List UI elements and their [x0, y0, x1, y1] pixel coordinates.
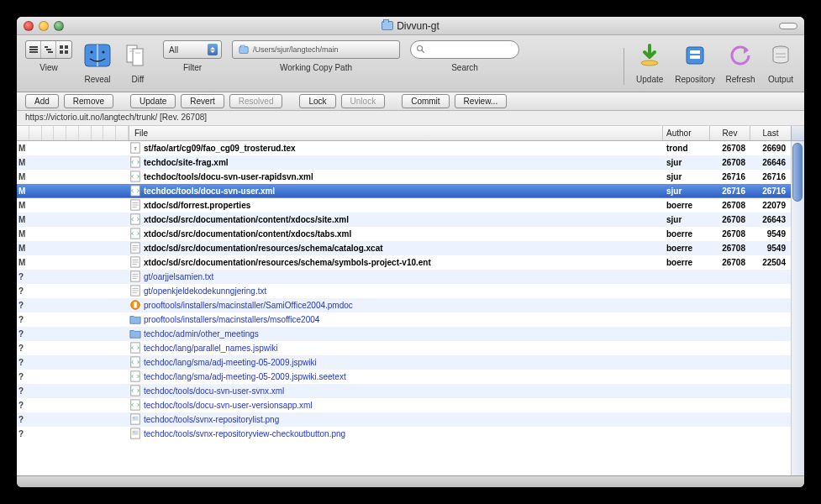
table-row[interactable]: ?gt/openkjeldekodekunngjering.txt [17, 284, 791, 298]
author-cell: boerre [663, 229, 710, 239]
svg-rect-60 [131, 400, 140, 410]
rev-cell: 26708 [710, 201, 750, 210]
svg-point-12 [103, 51, 105, 54]
rev-cell: 26708 [710, 215, 750, 224]
repository-icon [680, 40, 710, 71]
table-row[interactable]: Mxtdoc/sd/src/documentation/content/xdoc… [17, 213, 791, 227]
rev-column-header[interactable]: Rev [710, 126, 750, 140]
reveal-tool[interactable]: Reveal [82, 40, 113, 84]
resolved-button[interactable]: Resolved [229, 94, 283, 108]
file-cell: prooftools/installers/macinstallers/msof… [129, 313, 663, 325]
file-cell: xtdoc/sd/forrest.properties [129, 199, 663, 211]
scroll-thumb[interactable] [792, 143, 803, 202]
table-row[interactable]: ?prooftools/installers/macinstallers/mso… [17, 312, 791, 327]
repository-tool[interactable]: Repository [675, 40, 715, 84]
zoom-icon[interactable] [54, 21, 64, 31]
path-label: Working Copy Path [280, 63, 352, 72]
table-row[interactable]: Mxtdoc/sd/src/documentation/content/xdoc… [17, 227, 791, 241]
table-row[interactable]: ?techdoc/tools/docu-svn-user-versionsapp… [17, 398, 791, 412]
app-window: Divvun-gt View Reveal Diff [17, 17, 804, 487]
traffic-lights [17, 21, 64, 31]
rev-cell: 26708 [710, 244, 750, 253]
svg-rect-62 [133, 417, 139, 421]
file-cell: techdoc/tools/docu-svn-user-rapidsvn.xml [129, 171, 663, 182]
rev-cell: 26716 [710, 186, 750, 196]
table-row[interactable]: Mtechdoc/site-frag.xmlsjur2670826646 [17, 155, 791, 170]
path-select[interactable]: /Users/sjur/langtech/main [232, 40, 400, 59]
table-row[interactable]: MTst/fao/art/cg09/fao_cg09_trosterud.tex… [17, 141, 791, 155]
table-row[interactable]: ?techdoc/lang/sma/adj-meeting-05-2009.js… [17, 355, 791, 370]
search-input[interactable] [410, 40, 519, 59]
table-row[interactable]: ?techdoc/lang/parallel_names.jspwiki [17, 341, 791, 355]
status-cell: M [17, 244, 129, 253]
author-column-header[interactable]: Author [663, 126, 710, 140]
status-cell: M [17, 172, 129, 181]
search-tool[interactable]: Search [410, 40, 519, 72]
filter-select[interactable]: All [163, 40, 222, 59]
file-cell: techdoc/lang/parallel_names.jspwiki [129, 342, 663, 354]
status-cell: ? [17, 344, 129, 353]
table-row[interactable]: Mtechdoc/tools/docu-svn-user.xmlsjur2671… [17, 184, 791, 198]
table-row[interactable]: ?techdoc/tools/svnx-repositoryview-check… [17, 427, 791, 441]
svg-rect-58 [131, 371, 140, 381]
view-tool[interactable]: View [25, 40, 72, 72]
update-tool[interactable]: Update [634, 40, 665, 84]
svg-rect-30 [131, 171, 140, 181]
view-flat-icon[interactable] [26, 41, 41, 58]
file-cell: gt/oarjjelsamien.txt [129, 270, 663, 282]
commit-button[interactable]: Commit [402, 94, 449, 108]
review-button[interactable]: Review... [455, 94, 508, 108]
view-tree-icon[interactable] [41, 41, 56, 58]
table-row[interactable]: ?gt/oarjjelsamien.txt [17, 270, 791, 284]
table-row[interactable]: Mxtdoc/sd/forrest.propertiesboerre267082… [17, 198, 791, 213]
status-columns-header[interactable] [17, 126, 129, 140]
file-cell: techdoc/site-frag.xml [129, 156, 663, 168]
svg-rect-36 [131, 214, 140, 224]
update-label: Update [636, 75, 663, 84]
output-label: Output [768, 75, 793, 84]
last-column-header[interactable]: Last [750, 126, 791, 140]
remove-button[interactable]: Remove [64, 94, 113, 108]
table-row[interactable]: ?techdoc/lang/sma/adj-meeting-05-2009.js… [17, 370, 791, 384]
update-button[interactable]: Update [130, 94, 176, 108]
file-cell: techdoc/tools/docu-svn-user-svnx.xml [129, 385, 663, 396]
svg-rect-37 [131, 228, 140, 239]
scrollbar[interactable] [791, 141, 804, 475]
table-row[interactable]: ?techdoc/admin/other_meetings [17, 327, 791, 341]
diff-tool[interactable]: Diff [123, 40, 153, 84]
file-column-header[interactable]: File [129, 126, 663, 140]
file-list[interactable]: MTst/fao/art/cg09/fao_cg09_trosterud.tex… [17, 141, 791, 475]
add-button[interactable]: Add [25, 94, 59, 108]
refresh-tool[interactable]: Refresh [725, 40, 755, 84]
last-cell: 26646 [750, 158, 791, 167]
filter-tool[interactable]: All Filter [163, 40, 222, 72]
revert-button[interactable]: Revert [181, 94, 224, 108]
titlebar: Divvun-gt [17, 17, 804, 35]
author-cell: sjur [663, 186, 710, 196]
rev-cell: 26716 [710, 172, 750, 181]
table-row[interactable]: ?techdoc/tools/docu-svn-user-svnx.xml [17, 384, 791, 398]
view-smart-icon[interactable] [56, 41, 71, 58]
svg-point-20 [641, 60, 658, 66]
status-cell: ? [17, 315, 129, 324]
view-segmented[interactable] [25, 40, 72, 59]
table-row[interactable]: ?techdoc/tools/svnx-repositorylist.png [17, 412, 791, 427]
unlock-button[interactable]: Unlock [341, 94, 386, 108]
table-row[interactable]: Mtechdoc/tools/docu-svn-user-rapidsvn.xm… [17, 170, 791, 184]
status-cell: M [17, 158, 129, 167]
file-cell: xtdoc/sd/src/documentation/content/xdocs… [129, 228, 663, 239]
close-icon[interactable] [24, 21, 34, 31]
table-row[interactable]: Mxtdoc/sd/src/documentation/resources/sc… [17, 241, 791, 255]
table-row[interactable]: ?prooftools/installers/macinstaller/Sami… [17, 298, 791, 312]
repo-path-line: https://victorio.uit.no/langtech/trunk/ … [17, 111, 804, 126]
svg-rect-0 [29, 46, 38, 48]
toolbar-toggle-icon[interactable] [779, 23, 797, 29]
svg-point-18 [418, 46, 423, 51]
minimize-icon[interactable] [39, 21, 49, 31]
working-copy-tool[interactable]: /Users/sjur/langtech/main Working Copy P… [232, 40, 400, 72]
svg-line-19 [422, 50, 424, 53]
table-row[interactable]: Mxtdoc/sd/src/documentation/resources/sc… [17, 255, 791, 270]
lock-button[interactable]: Lock [299, 94, 335, 108]
output-tool[interactable]: Output [766, 40, 796, 84]
svg-rect-55 [134, 302, 137, 308]
